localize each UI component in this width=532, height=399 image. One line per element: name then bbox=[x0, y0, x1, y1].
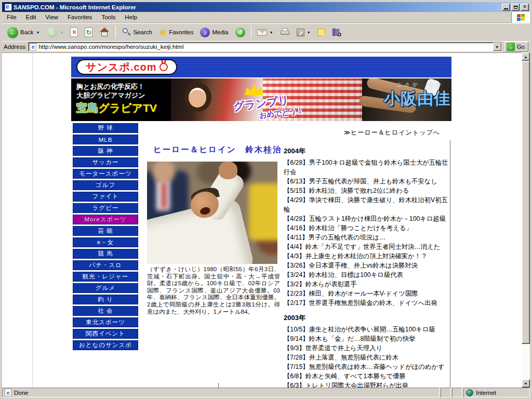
search-button[interactable]: Search bbox=[118, 26, 155, 38]
history-button[interactable]: ↺ bbox=[232, 26, 248, 39]
sidebar-item[interactable]: MLB bbox=[73, 135, 138, 144]
ad-photo-legs: こさか ゆか 小阪由佳 bbox=[362, 78, 451, 121]
windows-flag-icon bbox=[517, 14, 525, 21]
research-button[interactable] bbox=[329, 26, 344, 38]
news-headline[interactable]: 【10/5】康生と桂治が代表争い展開…五輪100キロ級 bbox=[284, 325, 450, 334]
news-headline[interactable]: 【4/28】五輪ラスト1枠かけ棟田か鈴木か－100キロ超級 bbox=[284, 214, 450, 223]
refresh-button[interactable]: ↻ bbox=[82, 26, 96, 38]
sidebar-item[interactable]: 釣 り bbox=[73, 295, 138, 304]
page-table-border bbox=[32, 53, 33, 388]
sidebar-item[interactable]: 社 会 bbox=[73, 306, 138, 316]
ad-banner[interactable]: 胸とお尻の化学反応！ 大胆グラビアマガジン 宝島グラビアTV グランプリ おめで… bbox=[71, 78, 451, 121]
stop-icon: ✕ bbox=[70, 28, 78, 37]
content-table-border bbox=[450, 140, 450, 388]
hero-heroine-top-link[interactable]: ≫ヒーロー＆ヒロイントップへ bbox=[314, 128, 440, 137]
official-tie-shape bbox=[162, 181, 166, 208]
sidebar-item[interactable]: モータースポーツ bbox=[73, 169, 138, 179]
close-button[interactable]: ✕ bbox=[521, 4, 529, 11]
ad-catch-line1: 胸とお尻の化学反応！ bbox=[76, 82, 171, 91]
edit-button[interactable]: ▼ bbox=[294, 27, 314, 38]
sidebar-item[interactable]: 関西イベント bbox=[73, 329, 138, 339]
news-headline[interactable]: 【4/3】井上康生と鈴木桂治の頂上対決確実か！？ bbox=[284, 251, 450, 261]
sidebar-item[interactable]: 阪 神 bbox=[73, 146, 138, 156]
forward-button[interactable]: → ▼ bbox=[44, 25, 67, 39]
restore-icon bbox=[514, 6, 517, 9]
address-dropdown-button[interactable]: ▼ bbox=[493, 43, 501, 51]
back-dropdown-icon[interactable]: ▼ bbox=[36, 31, 40, 34]
minimize-button[interactable] bbox=[502, 4, 510, 11]
back-label: Back bbox=[20, 29, 34, 35]
sidebar-item[interactable]: おとなのサンスポ bbox=[73, 340, 138, 350]
edit-dropdown-icon[interactable]: ▼ bbox=[307, 31, 311, 34]
address-input[interactable] bbox=[36, 43, 493, 50]
sidebar-item[interactable]: e－女 bbox=[73, 237, 138, 247]
menu-item[interactable]: File bbox=[2, 13, 21, 21]
toolbar-separator bbox=[251, 26, 251, 38]
news-headline[interactable]: 【2/23】棟田、鈴木がオール一本V-ドイツ国際 bbox=[284, 289, 450, 298]
news-headline[interactable]: 【6/13】男子五輪代表が帰国、井上も鈴木も不安なし bbox=[284, 177, 450, 186]
restore-button[interactable] bbox=[511, 4, 520, 11]
news-headline[interactable]: 【3/24】鈴木桂治、目標は100キロ級代表 bbox=[284, 270, 450, 280]
sidebar-item[interactable]: ゴルフ bbox=[73, 180, 138, 190]
sidebar-item[interactable]: サッカー bbox=[73, 157, 138, 167]
sidebar-item[interactable]: 東北スポーツ bbox=[73, 317, 138, 327]
refresh-icon: ↻ bbox=[85, 28, 92, 37]
history-icon: ↺ bbox=[235, 28, 245, 37]
sidebar-item[interactable]: Moreスポーツ bbox=[73, 215, 138, 224]
news-headline[interactable]: 【4/16】鈴木桂治「勝つことだけを考える」 bbox=[284, 223, 450, 233]
ad-model-kana: こさか ゆか bbox=[397, 81, 444, 88]
sidebar-item[interactable]: 芸 能 bbox=[73, 226, 138, 236]
vertical-scrollbar[interactable]: ▲ ▼ bbox=[522, 52, 530, 388]
home-button[interactable] bbox=[96, 26, 113, 38]
media-button[interactable]: ♪ Media bbox=[197, 26, 231, 39]
page-icon: e bbox=[30, 43, 36, 51]
news-headline[interactable]: 【4/29】準決で棟田、決勝で康生破り、鈴木桂治初V初五輪 bbox=[284, 195, 450, 214]
zone-label: Internet bbox=[476, 390, 496, 396]
mail-button[interactable]: ▼ bbox=[254, 28, 276, 37]
news-headline[interactable]: 【5/15】鈴木桂治、決勝で敗れ2位に終わる bbox=[284, 186, 450, 195]
menu-item[interactable]: Edit bbox=[21, 13, 41, 21]
news-headline[interactable]: 【4/4】鈴木「力不足です」世界王者同士対決…消えた bbox=[284, 242, 450, 251]
news-headline[interactable]: 【7/15】無差別級代表は鈴木…斉藤ヘッドがほのめかす bbox=[284, 362, 450, 371]
news-headline[interactable]: 【9/14】鈴木も「金」だ…8階級制で初の快挙 bbox=[284, 334, 450, 343]
scrollbar-thumb[interactable] bbox=[522, 61, 530, 344]
sidebar-item[interactable]: パチ・スロ bbox=[73, 260, 138, 270]
sidebar-item[interactable]: ファイト bbox=[73, 192, 138, 202]
sidebar-item[interactable]: 観光・レジャー bbox=[73, 272, 138, 282]
news-headline[interactable]: 【4/11】男子の五輪代表の現況は… bbox=[284, 233, 450, 242]
print-button[interactable] bbox=[277, 26, 293, 38]
menu-item[interactable]: Help bbox=[120, 13, 142, 21]
scroll-down-button[interactable]: ▼ bbox=[522, 379, 530, 388]
news-headline[interactable]: 【9/3】世界柔道で井上ら天理入り bbox=[284, 343, 450, 353]
menu-item[interactable]: View bbox=[41, 13, 63, 21]
stop-button[interactable]: ✕ bbox=[67, 26, 81, 38]
news-headline[interactable]: 【3/26】全日本選手権、井上vs鈴木は決勝対決 bbox=[284, 261, 450, 270]
sidebar-item[interactable]: 野 球 bbox=[73, 123, 138, 133]
sanspo-logo[interactable]: サンスポ.com bbox=[76, 59, 177, 75]
go-button[interactable]: → Go bbox=[504, 42, 528, 52]
messenger-button[interactable] bbox=[314, 27, 328, 38]
menu-item[interactable]: Tools bbox=[97, 13, 120, 21]
crown-icon bbox=[245, 83, 263, 95]
ad-brand: 宝島グラビアTV bbox=[76, 102, 171, 113]
minimize-icon bbox=[504, 8, 508, 9]
news-headline[interactable]: 【6/3】トレトリ国際大会出場野村らが出発 bbox=[284, 381, 450, 388]
media-icon: ♪ bbox=[200, 28, 210, 37]
news-headline[interactable]: 【6/28】男子100キロ超級で金狙う鈴木ら国士大が五輪壮行会 bbox=[284, 158, 450, 177]
news-headline[interactable]: 【6/8】鈴木と矢崎、すべて1本勝ちで優勝 bbox=[284, 371, 450, 381]
site-header: サンスポ.com bbox=[71, 57, 451, 77]
menu-item[interactable]: Favorites bbox=[63, 13, 97, 21]
news-headline[interactable]: 【3/2】鈴木らが表彰選手 bbox=[284, 280, 450, 289]
favorites-button[interactable]: ★ Favorites bbox=[156, 26, 197, 38]
mail-dropdown-icon[interactable]: ▼ bbox=[270, 31, 273, 34]
sidebar-item[interactable]: グルメ bbox=[73, 283, 138, 293]
news-headline[interactable]: 【2/17】世界選手権無差別級金の鈴木、ドイツへ出発 bbox=[284, 298, 450, 308]
sidebar-item[interactable]: ラグビー bbox=[73, 203, 138, 213]
sidebar-item[interactable]: 競 馬 bbox=[73, 249, 138, 259]
back-button[interactable]: ← Back ▼ bbox=[4, 25, 43, 39]
yellow-shirt-shape bbox=[249, 183, 277, 241]
browser-viewport: サンスポ.com 胸とお尻の化学反応！ 大胆グラビアマガジン 宝島グラビアTV … bbox=[2, 52, 522, 388]
scroll-up-button[interactable]: ▲ bbox=[522, 52, 530, 61]
news-headline[interactable]: 【7/28】井上落選、無差別級代表に鈴木 bbox=[284, 353, 450, 362]
close-icon: ✕ bbox=[523, 5, 527, 9]
